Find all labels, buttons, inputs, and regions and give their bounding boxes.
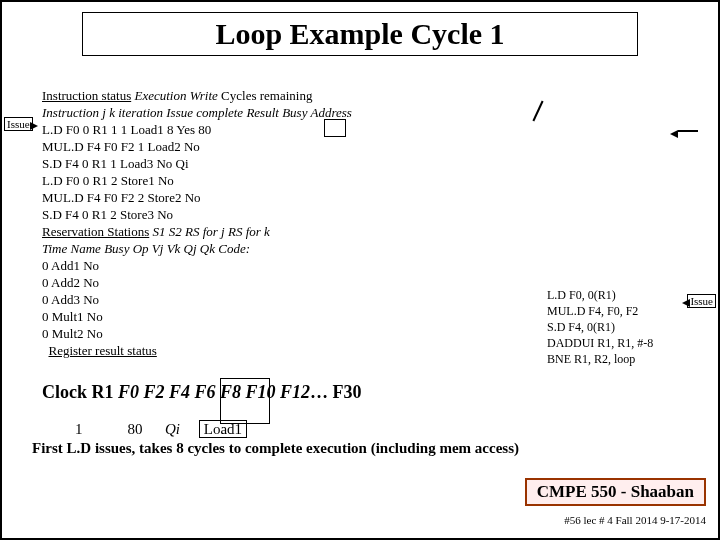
title-box: Loop Example Cycle 1 [82,12,638,56]
instr-header-row: Instruction j k iteration Issue complete… [42,104,703,121]
code-line: L.D F0, 0(R1) [547,287,653,303]
instruction-row: L.D F0 0 R1 2 Store1 No [42,172,703,189]
code-line: S.D F4, 0(R1) [547,319,653,335]
course-box: CMPE 550 - Shaaban [525,478,706,506]
clock-row: Clock R1 F0 F2 F4 F6 F8 F10 F12… F30 [42,382,362,403]
arrow-addr [670,130,678,138]
rs-row: 0 Add1 No [42,257,703,274]
code-block: L.D F0, 0(R1)MUL.D F4, F0, F2S.D F4, 0(R… [547,287,653,367]
instruction-row: MUL.D F4 F0 F2 1 Load2 No [42,138,703,155]
instruction-row: L.D F0 0 R1 1 1 Load1 8 Yes 80 [42,121,703,138]
page-footer: #56 lec # 4 Fall 2014 9-17-2014 [564,514,706,526]
page-title: Loop Example Cycle 1 [215,17,504,50]
issue-1-box [324,119,346,137]
hdr-instruction-status: Instruction status [42,88,131,103]
code-line: MUL.D F4, F0, F2 [547,303,653,319]
f0-box [220,378,270,424]
code-line: BNE R1, R2, loop [547,351,653,367]
instruction-row: MUL.D F4 F0 F2 2 Store2 No [42,189,703,206]
issue-label-left: Issue [4,117,33,131]
instruction-row: S.D F4 0 R1 1 Load3 No Qi [42,155,703,172]
footnote: First L.D issues, takes 8 cycles to comp… [32,440,519,457]
arrow-issue-left [30,122,38,130]
code-line: DADDUI R1, R1, #-8 [547,335,653,351]
instruction-row: S.D F4 0 R1 2 Store3 No [42,206,703,223]
